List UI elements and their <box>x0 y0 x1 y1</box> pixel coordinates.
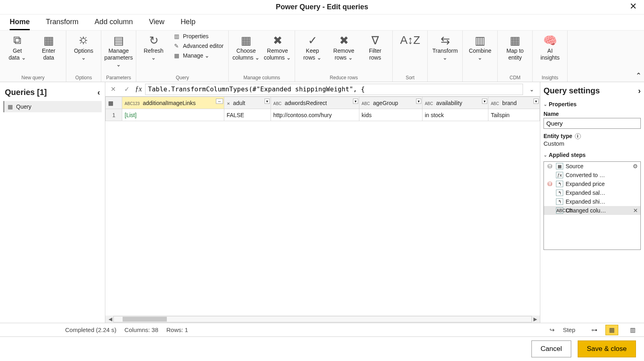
column-name: adult <box>232 100 245 106</box>
table-row[interactable]: 1[List]FALSEhttp://contoso.com/hurykidsi… <box>106 109 540 121</box>
query-item[interactable]: ▦ Query <box>3 101 102 112</box>
cell[interactable]: [List] <box>122 109 224 121</box>
sort-button[interactable]: A↕Z <box>395 32 425 48</box>
ribbon-small-label: Properties <box>183 33 209 39</box>
data-area: ✕ ✓ ƒx ⌄ ▦ABC123 additionalImageLinks↔✕ … <box>105 82 540 323</box>
tab-home[interactable]: Home <box>10 17 30 30</box>
fx-icon[interactable]: ƒx <box>135 85 142 93</box>
options-button[interactable]: ⛭Options ⌄ <box>69 32 98 62</box>
filter-rows-icon: ∇ <box>371 33 379 47</box>
remove-columns-button[interactable]: ✖Remove columns ⌄ <box>263 32 292 62</box>
cell[interactable]: in stock <box>422 109 488 121</box>
column-header[interactable]: ABC adwordsRedirect▾ <box>271 97 359 109</box>
column-header[interactable]: ABC ageGroup▾ <box>359 97 422 109</box>
refresh-button[interactable]: ↻Refresh ⌄ <box>139 32 168 62</box>
cell[interactable]: Tailspin <box>488 109 539 121</box>
ai-insights-button[interactable]: 🧠AI insights <box>535 32 565 62</box>
applied-step[interactable]: ABC123Changed colu…✕ <box>544 206 640 215</box>
filter-rows-button[interactable]: ∇Filter rows <box>360 32 390 62</box>
collapse-queries-icon[interactable]: ‹ <box>97 88 100 97</box>
ribbon-button-label: Get data ⌄ <box>8 47 26 61</box>
keep-rows-button[interactable]: ✓Keep rows ⌄ <box>297 32 327 62</box>
query-name-input[interactable] <box>544 118 641 129</box>
column-header[interactable]: ✕ adult▾ <box>224 97 271 109</box>
horizontal-scrollbar[interactable]: ◀ ▶ <box>105 316 540 323</box>
applied-step[interactable]: ⛁▦Source⚙ <box>544 162 640 171</box>
info-icon[interactable]: i <box>575 133 581 139</box>
manage-button[interactable]: ▦Manage ⌄ <box>170 52 226 60</box>
chevron-down-icon[interactable]: ⌄ <box>544 102 547 107</box>
ribbon-group-label: Query <box>176 75 189 82</box>
enter-data-icon: ▦ <box>43 33 54 47</box>
applied-step[interactable]: ⛁↰Expanded price <box>544 179 640 188</box>
delete-step-icon[interactable]: ✕ <box>633 207 638 214</box>
column-header[interactable]: ABC123 additionalImageLinks↔ <box>122 97 224 109</box>
keep-rows-icon: ✓ <box>308 33 317 47</box>
tab-add-column[interactable]: Add column <box>94 17 133 30</box>
ribbon-group: ↻Refresh ⌄▥Properties✎Advanced editor▦Ma… <box>136 31 229 82</box>
filter-dropdown-icon[interactable]: ▾ <box>265 99 270 104</box>
applied-step[interactable]: ↰Expanded sal… <box>544 188 640 197</box>
cell[interactable]: kids <box>359 109 422 121</box>
transform-button[interactable]: ⇆Transform ⌄ <box>430 32 460 62</box>
close-icon[interactable]: ✕ <box>626 1 641 12</box>
ribbon-small-label: Manage ⌄ <box>183 52 209 59</box>
manage-parameters-button[interactable]: ▤Manage parameters ⌄ <box>104 32 133 68</box>
step-label: Expanded sal… <box>566 190 605 196</box>
scroll-left-icon[interactable]: ◀ <box>107 316 113 322</box>
get-data-button[interactable]: ⧉Get data ⌄ <box>2 32 32 62</box>
ribbon-button-label: Transform ⌄ <box>433 47 458 61</box>
step-nav-icon[interactable]: ↪ <box>550 326 555 334</box>
advanced-editor-button[interactable]: ✎Advanced editor <box>170 42 226 50</box>
expand-settings-icon[interactable]: › <box>638 86 641 95</box>
filter-dropdown-icon[interactable]: ▾ <box>533 99 539 104</box>
properties-button[interactable]: ▥Properties <box>170 32 226 40</box>
ribbon-group-label: New query <box>21 75 44 82</box>
tab-transform[interactable]: Transform <box>46 17 78 30</box>
data-grid[interactable]: ▦ABC123 additionalImageLinks↔✕ adult▾ABC… <box>105 97 540 316</box>
formula-dropdown-icon[interactable]: ⌄ <box>526 86 537 93</box>
combine-button[interactable]: ▥Combine ⌄ <box>465 32 495 62</box>
diagram-view-icon[interactable]: ⊶ <box>591 326 597 334</box>
filter-dropdown-icon[interactable]: ▾ <box>416 99 421 104</box>
cell[interactable]: FALSE <box>224 109 271 121</box>
filter-dropdown-icon[interactable]: ▾ <box>482 99 487 104</box>
formula-input[interactable] <box>145 84 523 95</box>
collapse-ribbon-icon[interactable]: ⌃ <box>636 71 642 80</box>
gear-icon[interactable]: ⚙ <box>633 163 638 169</box>
grid-view-button[interactable]: ▦ <box>605 325 618 335</box>
map-to-entity-button[interactable]: ▦Map to entity <box>500 32 530 62</box>
settings-title: Query settings <box>544 86 600 95</box>
table-corner[interactable]: ▦ <box>106 97 122 109</box>
properties-section-label: Properties <box>549 101 576 107</box>
query-item-label: Query <box>16 103 31 110</box>
ribbon-group-label: CDM <box>510 75 521 82</box>
applied-step[interactable]: ƒxConverted to … <box>544 171 640 179</box>
step-type-icon: ƒx <box>556 172 563 178</box>
ribbon-group: ✓Keep rows ⌄✖Remove rows ⌄∇Filter rowsRe… <box>295 31 393 82</box>
column-header[interactable]: ABC brand▾ <box>488 97 539 109</box>
ribbon-group: A↕ZSort <box>393 31 428 82</box>
properties-icon: ▥ <box>172 33 180 39</box>
tab-view[interactable]: View <box>149 17 164 30</box>
enter-data-button[interactable]: ▦Enter data <box>34 32 64 62</box>
accept-formula-icon[interactable]: ✓ <box>121 85 132 93</box>
schema-view-button[interactable]: ▥ <box>626 325 639 335</box>
cell[interactable]: http://contoso.com/hury <box>271 109 359 121</box>
choose-columns-button[interactable]: ▦Choose columns ⌄ <box>231 32 261 62</box>
chevron-down-icon[interactable]: ⌄ <box>544 153 547 158</box>
remove-rows-button[interactable]: ✖Remove rows ⌄ <box>329 32 359 62</box>
queries-title: Queries [1] <box>5 88 47 97</box>
status-bar: Completed (2.24 s) Columns: 38 Rows: 1 ↪… <box>0 323 644 337</box>
cancel-formula-icon[interactable]: ✕ <box>108 85 118 93</box>
column-header[interactable]: ABC availability▾ <box>422 97 488 109</box>
row-number[interactable]: 1 <box>106 109 122 121</box>
cancel-button[interactable]: Cancel <box>531 340 571 357</box>
save-close-button[interactable]: Save & close <box>578 340 636 357</box>
tab-help[interactable]: Help <box>180 17 195 30</box>
expand-icon[interactable]: ↔ <box>216 99 223 104</box>
applied-step[interactable]: ↰Expanded shi… <box>544 197 640 206</box>
filter-dropdown-icon[interactable]: ▾ <box>353 99 358 104</box>
type-icon: ABC <box>425 102 433 106</box>
scroll-right-icon[interactable]: ▶ <box>532 316 538 322</box>
